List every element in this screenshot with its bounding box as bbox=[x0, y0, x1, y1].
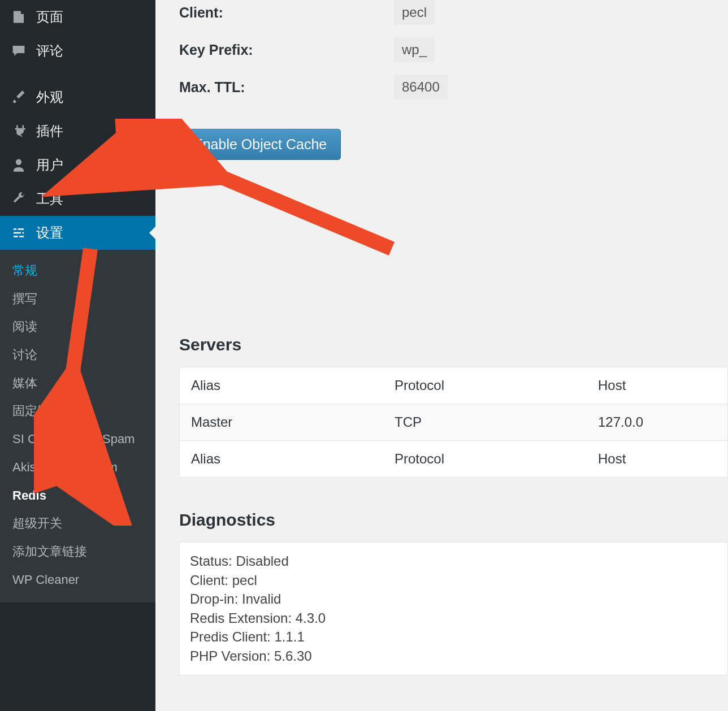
submenu-item-sicaptcha[interactable]: SI Captcha Anti-Spam bbox=[0, 425, 155, 453]
sidebar-item-appearance[interactable]: 外观 bbox=[0, 80, 155, 114]
diagnostics-box: Status: Disabled Client: pecl Drop-in: I… bbox=[179, 542, 728, 675]
submenu-item-writing[interactable]: 撰写 bbox=[0, 285, 155, 313]
diag-line: Drop-in: Invalid bbox=[190, 589, 717, 609]
submenu-item-reading[interactable]: 阅读 bbox=[0, 313, 155, 341]
diag-line: PHP Version: 5.6.30 bbox=[190, 647, 717, 666]
servers-table: Alias Protocol Host Master TCP 127.0.0 A… bbox=[179, 367, 728, 478]
submenu-item-redis[interactable]: Redis bbox=[0, 482, 155, 510]
wrench-icon bbox=[10, 190, 27, 207]
label-maxttl: Max. TTL: bbox=[179, 79, 394, 96]
col-host: Host bbox=[587, 367, 727, 404]
value-client: pecl bbox=[394, 0, 435, 25]
sidebar-item-label: 工具 bbox=[36, 190, 63, 208]
submenu-item-media[interactable]: 媒体 bbox=[0, 369, 155, 397]
sidebar-item-label: 外观 bbox=[36, 88, 63, 106]
plug-icon bbox=[10, 123, 27, 140]
submenu-item-wpcleaner[interactable]: WP Cleaner bbox=[0, 566, 155, 594]
servers-heading: Servers bbox=[179, 335, 728, 354]
sidebar-item-label: 评论 bbox=[36, 42, 63, 60]
sidebar-item-users[interactable]: 用户 bbox=[0, 148, 155, 182]
submenu-item-addlinks[interactable]: 添加文章链接 bbox=[0, 537, 155, 566]
sidebar-item-settings[interactable]: 设置 bbox=[0, 216, 155, 250]
diag-line: Client: pecl bbox=[190, 571, 717, 590]
col-protocol: Protocol bbox=[383, 367, 587, 404]
diag-line: Status: Disabled bbox=[190, 552, 717, 571]
sidebar-item-label: 用户 bbox=[36, 156, 63, 174]
sidebar-item-label: 插件 bbox=[36, 122, 63, 140]
cell-alias: Master bbox=[180, 404, 383, 440]
col-host: Host bbox=[587, 441, 727, 477]
submenu-item-discussion[interactable]: 讨论 bbox=[0, 341, 155, 369]
submenu-item-superswitch[interactable]: 超级开关 bbox=[0, 509, 155, 537]
main-content: Client: pecl Key Prefix: wp_ Max. TTL: 8… bbox=[155, 0, 728, 711]
submenu-item-general[interactable]: 常规 bbox=[0, 257, 155, 285]
sliders-icon bbox=[10, 224, 27, 241]
submenu-item-permalinks[interactable]: 固定链接 bbox=[0, 397, 155, 425]
diag-line: Redis Extension: 4.3.0 bbox=[190, 609, 717, 628]
row-keyprefix: Key Prefix: wp_ bbox=[179, 37, 728, 62]
value-maxttl: 86400 bbox=[394, 75, 448, 99]
value-keyprefix: wp_ bbox=[394, 37, 435, 62]
brush-icon bbox=[10, 89, 27, 106]
sidebar-item-pages[interactable]: 页面 bbox=[0, 0, 155, 34]
sidebar-item-label: 设置 bbox=[36, 224, 63, 242]
row-client: Client: pecl bbox=[179, 0, 728, 25]
sidebar-item-label: 页面 bbox=[36, 8, 63, 26]
label-keyprefix: Key Prefix: bbox=[179, 42, 394, 58]
table-footer-row: Alias Protocol Host bbox=[180, 440, 727, 477]
cell-protocol: TCP bbox=[383, 404, 587, 440]
enable-object-cache-button[interactable]: Enable Object Cache bbox=[179, 129, 341, 160]
col-protocol: Protocol bbox=[383, 441, 587, 477]
diag-line: Predis Client: 1.1.1 bbox=[190, 627, 717, 647]
pages-icon bbox=[10, 8, 27, 25]
user-icon bbox=[10, 157, 27, 174]
sidebar-item-tools[interactable]: 工具 bbox=[0, 182, 155, 216]
table-row: Master TCP 127.0.0 bbox=[180, 404, 727, 440]
cell-host: 127.0.0 bbox=[587, 404, 727, 440]
col-alias: Alias bbox=[180, 367, 383, 404]
comment-icon bbox=[10, 42, 27, 59]
table-header-row: Alias Protocol Host bbox=[180, 367, 727, 404]
label-client: Client: bbox=[179, 5, 394, 21]
row-maxttl: Max. TTL: 86400 bbox=[179, 75, 728, 99]
sidebar-item-plugins[interactable]: 插件 bbox=[0, 114, 155, 148]
diagnostics-heading: Diagnostics bbox=[179, 510, 728, 530]
admin-sidebar: 页面 评论 外观 插件 用户 bbox=[0, 0, 155, 711]
col-alias: Alias bbox=[180, 441, 383, 477]
submenu-item-akismet[interactable]: Akismet Anti-Spam bbox=[0, 453, 155, 482]
settings-submenu: 常规 撰写 阅读 讨论 媒体 固定链接 SI Captcha Anti-Spam… bbox=[0, 250, 155, 602]
sidebar-item-comments[interactable]: 评论 bbox=[0, 34, 155, 68]
